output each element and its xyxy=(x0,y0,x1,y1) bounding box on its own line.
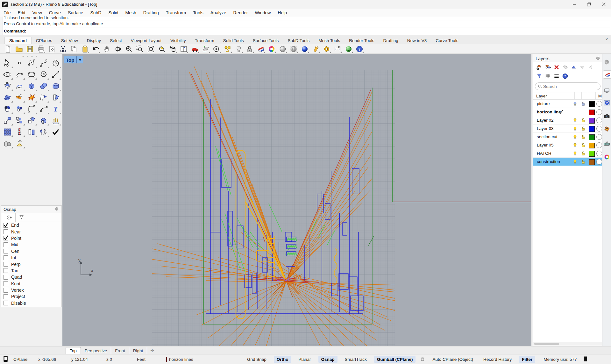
viewport-layout-icon[interactable] xyxy=(180,45,188,53)
zoom-plus-icon[interactable] xyxy=(125,45,133,53)
layer-color-swatch[interactable] xyxy=(589,143,595,148)
funnel-icon[interactable] xyxy=(535,72,544,80)
layer-color-swatch[interactable] xyxy=(589,159,595,165)
panel-tab-shaded-cone-icon[interactable] xyxy=(603,70,611,79)
osnap-checkbox-int[interactable] xyxy=(4,255,8,260)
layer-lock-icon[interactable] xyxy=(580,158,586,166)
osnap-checkbox-near[interactable] xyxy=(4,229,8,234)
layer-lock-icon[interactable] xyxy=(580,100,586,108)
cut-icon[interactable] xyxy=(59,45,67,53)
layer-lock-icon[interactable] xyxy=(580,116,586,124)
panel-tab-gear-icon[interactable] xyxy=(603,58,611,66)
current-layer-swatch[interactable] xyxy=(166,357,169,362)
status-toggle-grid-snap[interactable]: Grid Snap xyxy=(244,356,269,363)
palette-select-arrow-icon[interactable] xyxy=(2,58,13,68)
palette-grip[interactable]: ● ● ● ● xyxy=(22,55,38,58)
maximize-button[interactable] xyxy=(582,0,596,9)
sphere-shaded-icon[interactable] xyxy=(279,45,287,53)
dimension-icon[interactable] xyxy=(333,45,342,53)
layer-material-icon[interactable] xyxy=(596,109,602,115)
palette-fillet-curve-icon[interactable] xyxy=(26,104,37,114)
status-toggle-osnap[interactable]: Osnap xyxy=(318,356,337,363)
layer-name[interactable]: HATCH xyxy=(537,151,565,156)
layer-sub-icon[interactable] xyxy=(544,63,552,71)
layer-name[interactable]: Layer 03 xyxy=(537,126,565,131)
palette-circle-icon[interactable] xyxy=(50,58,61,68)
status-toggle-record-history[interactable]: Record History xyxy=(480,356,515,363)
layer-color-swatch[interactable] xyxy=(589,101,595,107)
osnap-row-cen[interactable]: Cen xyxy=(1,248,61,254)
layer-visibility-bulb-icon[interactable] xyxy=(572,149,578,157)
status-toggle-smarttrack[interactable]: SmartTrack xyxy=(342,356,370,363)
minimize-button[interactable] xyxy=(567,0,582,9)
palette-trim-icon[interactable] xyxy=(38,92,49,103)
delete-x-icon[interactable] xyxy=(552,63,561,71)
gear-icon[interactable] xyxy=(595,56,600,62)
layer-color-swatch[interactable] xyxy=(589,134,595,140)
help-circle-icon[interactable]: ? xyxy=(561,72,569,80)
copy-icon[interactable] xyxy=(70,45,78,53)
tri-up-icon[interactable] xyxy=(569,63,578,71)
earth-icon[interactable] xyxy=(345,45,353,53)
layer-visibility-bulb-icon[interactable] xyxy=(572,158,578,166)
units-button[interactable]: Feet xyxy=(137,357,166,362)
tab-viewport-layout[interactable]: Viewport Layout xyxy=(126,37,166,44)
palette-extrude-icon[interactable] xyxy=(50,115,61,125)
palette-split-icon[interactable] xyxy=(50,92,61,103)
osnap-checkbox-perp[interactable] xyxy=(4,262,8,267)
palette-color-circles-icon[interactable] xyxy=(2,104,13,114)
top-viewport[interactable]: Top ▼ y x xyxy=(62,54,531,346)
palette-drape-icon[interactable] xyxy=(14,138,25,148)
hamburger-icon[interactable] xyxy=(552,72,561,80)
palette-rotate-objects-icon[interactable] xyxy=(26,115,37,125)
palette-surface-sweep-icon[interactable] xyxy=(14,81,25,91)
viewport-tab-perspective[interactable]: Perspective xyxy=(81,347,111,354)
layer-row-section-cut[interactable]: section cut xyxy=(533,133,602,141)
palette-gumball-box-icon[interactable] xyxy=(38,115,49,125)
tab-subd-tools[interactable]: SubD Tools xyxy=(283,37,314,44)
layer-material-icon[interactable] xyxy=(596,118,602,123)
close-button[interactable] xyxy=(596,0,611,9)
gear-icon[interactable] xyxy=(54,207,59,212)
status-toggle-planar[interactable]: Planar xyxy=(296,356,314,363)
osnap-checkbox-point[interactable] xyxy=(4,236,8,240)
osnap-row-quad[interactable]: Quad xyxy=(1,274,61,280)
osnap-checkbox-cen[interactable] xyxy=(4,249,8,253)
osnap-shapes-icon[interactable] xyxy=(224,45,232,53)
lock-icon[interactable] xyxy=(420,356,425,362)
osnap-checkbox-project[interactable] xyxy=(4,294,8,299)
palette-spheres-icon[interactable] xyxy=(38,81,49,91)
layer-row-picture[interactable]: picture xyxy=(533,100,602,108)
layer-row-horizon-lines[interactable]: horizon lines xyxy=(533,108,602,116)
viewport-drawing[interactable] xyxy=(62,54,531,346)
osnap-row-int[interactable]: Int xyxy=(1,254,61,261)
layer-visibility-bulb-icon[interactable] xyxy=(572,141,578,149)
sphere-render-icon[interactable] xyxy=(301,45,309,53)
palette-arc-icon[interactable] xyxy=(14,69,25,80)
viewport-title[interactable]: Top xyxy=(64,57,76,63)
layer-material-icon[interactable] xyxy=(596,159,602,165)
help-icon[interactable]: ? xyxy=(355,45,364,53)
osnap-row-tan[interactable]: Tan xyxy=(1,268,61,274)
panel-tab-camera-icon[interactable] xyxy=(603,112,611,120)
tri-down-icon[interactable] xyxy=(578,63,586,71)
layer-material-icon[interactable] xyxy=(596,151,602,156)
viewport-tab-front[interactable]: Front xyxy=(111,347,129,354)
palette-polygon-icon[interactable] xyxy=(38,69,49,80)
palette-offset-curve-icon[interactable] xyxy=(14,127,25,137)
layer-material-icon[interactable] xyxy=(596,142,602,148)
layer-row-Layer-05[interactable]: Layer 05 xyxy=(533,141,602,149)
palette-boolean-puzzle-icon[interactable] xyxy=(14,92,25,103)
osnap-checkbox-vertex[interactable] xyxy=(4,288,8,293)
tab-drafting[interactable]: Drafting xyxy=(379,37,403,44)
zoom-extents-icon[interactable] xyxy=(147,45,155,53)
panel-tab-keyboard-hand-icon[interactable] xyxy=(603,139,611,147)
panel-tab-sun-icon[interactable] xyxy=(603,125,611,133)
paste-icon[interactable] xyxy=(81,45,89,53)
layer-visibility-bulb-icon[interactable] xyxy=(572,133,578,141)
layer-row-Layer-03[interactable]: Layer 03 xyxy=(533,125,602,133)
osnap-checkbox-knot[interactable] xyxy=(4,281,8,286)
pan-hand-icon[interactable] xyxy=(103,45,111,53)
palette-cylinder-icon[interactable] xyxy=(50,81,61,91)
named-view-icon[interactable] xyxy=(191,45,199,53)
